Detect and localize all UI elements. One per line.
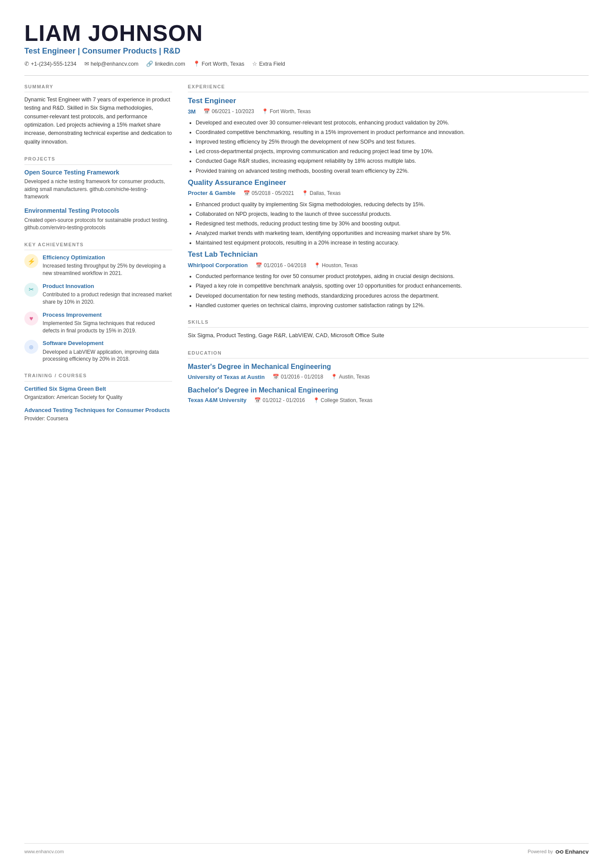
achievement-content-2: Process Improvement Implemented Six Sigm… [43,311,172,335]
left-column: SUMMARY Dynamic Test Engineer with 7 yea… [24,84,172,428]
extra-icon: ☆ [252,60,257,68]
project-desc-1: Created open-source protocols for sustai… [24,217,172,232]
training-label: TRAINING / COURSES [24,372,172,381]
candidate-name: LIAM JOHNSON [24,21,589,46]
header-divider [24,75,589,76]
achievement-title-2: Process Improvement [43,311,172,319]
footer: www.enhancv.com Powered by Enhancv [24,843,589,856]
project-item-0: Open Source Testing Framework Developed … [24,168,172,201]
resume-page: LIAM JOHNSON Test Engineer | Consumer Pr… [0,0,613,868]
job-2: Test Lab Technician Whirlpool Corporatio… [188,249,589,309]
bullet-1-4: Maintained test equipment protocols, res… [196,239,589,247]
education-list: Master's Degree in Mechanical Engineerin… [188,362,589,404]
bullet-0-5: Provided training on advanced testing me… [196,167,589,175]
right-column: EXPERIENCE Test Engineer 3M 📅 06/2021 - … [188,84,589,428]
job-bullets-0: Developed and executed over 30 consumer-… [188,119,589,175]
job-title-1: Quality Assurance Engineer [188,178,589,188]
header: LIAM JOHNSON Test Engineer | Consumer Pr… [24,21,589,76]
summary-text: Dynamic Test Engineer with 7 years of ex… [24,96,172,146]
achievement-title-1: Product Innovation [43,282,172,290]
achievement-title-3: Software Development [43,339,172,347]
email-item: ✉ help@enhancv.com [84,60,139,68]
job-dates-2: 📅 01/2016 - 04/2018 [256,262,306,269]
job-location-2: 📍 Houston, Texas [314,262,358,269]
project-item-1: Environmental Testing Protocols Created … [24,207,172,231]
training-org-0: Organization: American Society for Quali… [24,394,172,401]
edu-cal-1: 📅 [254,397,261,404]
phone-icon: ✆ [24,60,29,68]
projects-list: Open Source Testing Framework Developed … [24,168,172,232]
loc-icon-2: 📍 [314,262,320,269]
phone-item: ✆ +1-(234)-555-1234 [24,60,77,68]
svg-point-1 [560,851,563,853]
achievement-item-0: ⚡ Efficiency Optimization Increased test… [24,254,172,277]
job-company-0: 3M [188,108,196,116]
bullet-2-3: Handled customer queries on technical cl… [196,302,589,309]
project-title-1: Environmental Testing Protocols [24,207,172,215]
achievement-content-1: Product Innovation Contributed to a prod… [43,282,172,306]
edu-dates-1: 📅 01/2012 - 01/2016 [254,397,305,404]
enhancv-logo-icon [556,849,563,855]
job-0: Test Engineer 3M 📅 06/2021 - 10/2023 📍 F… [188,96,589,175]
brand-name: Enhancv [565,848,589,856]
bullet-1-1: Collaborated on NPD projects, leading to… [196,210,589,218]
edu-loc-icon-0: 📍 [331,373,337,381]
job-meta-2: Whirlpool Corporation 📅 01/2016 - 04/201… [188,261,589,269]
job-dates-1: 📅 05/2018 - 05/2021 [243,190,294,197]
bullet-0-0: Developed and executed over 30 consumer-… [196,119,589,127]
edu-item-1: Bachelor's Degree in Mechanical Engineer… [188,385,589,405]
location-item: 📍 Fort Worth, Texas [193,60,244,68]
job-company-2: Whirlpool Corporation [188,261,248,269]
bullet-0-4: Conducted Gage R&R studies, increasing e… [196,157,589,165]
bullet-1-2: Redesigned test methods, reducing produc… [196,220,589,228]
job-location-0: 📍 Fort Worth, Texas [262,108,310,115]
edu-loc-1: 📍 College Station, Texas [313,397,373,404]
email-value: help@enhancv.com [91,60,139,68]
achievement-desc-0: Increased testing throughput by 25% by d… [43,262,172,277]
achievement-content-3: Software Development Developed a LabVIEW… [43,339,172,363]
extra-item: ☆ Extra Field [252,60,285,68]
footer-url: www.enhancv.com [24,848,64,855]
summary-label: SUMMARY [24,84,172,92]
edu-school-0: University of Texas at Austin [188,373,265,381]
job-dates-0: 📅 06/2021 - 10/2023 [203,108,254,115]
achievement-desc-3: Developed a LabVIEW application, improvi… [43,349,172,363]
email-icon: ✉ [84,60,89,68]
bullet-0-1: Coordinated competitive benchmarking, re… [196,128,589,136]
contact-line: ✆ +1-(234)-555-1234 ✉ help@enhancv.com 🔗… [24,60,589,68]
location-value: Fort Worth, Texas [202,60,244,68]
calendar-icon-2: 📅 [256,262,262,269]
svg-point-0 [556,851,559,853]
edu-school-1: Texas A&M University [188,396,247,404]
candidate-title: Test Engineer | Consumer Products | R&D [24,46,589,57]
training-item-0: Certified Six Sigma Green Belt Organizat… [24,385,172,401]
location-icon: 📍 [193,60,200,68]
experience-label: EXPERIENCE [188,84,589,92]
achievement-desc-2: Implemented Six Sigma techniques that re… [43,320,172,335]
achievement-desc-1: Contributed to a product redesign that i… [43,291,172,306]
job-meta-0: 3M 📅 06/2021 - 10/2023 📍 Fort Worth, Tex… [188,108,589,116]
job-location-1: 📍 Dallas, Texas [302,190,340,197]
calendar-icon-0: 📅 [203,108,210,115]
bullet-0-3: Led cross-departmental projects, improvi… [196,147,589,155]
job-title-2: Test Lab Technician [188,249,589,260]
edu-degree-0: Master's Degree in Mechanical Engineerin… [188,362,589,372]
job-bullets-2: Conducted performance testing for over 5… [188,272,589,309]
job-title-0: Test Engineer [188,96,589,106]
edu-meta-1: Texas A&M University 📅 01/2012 - 01/2016… [188,396,589,404]
achievement-icon-1: ✂ [24,283,38,297]
loc-icon-0: 📍 [262,108,268,115]
edu-loc-0: 📍 Austin, Texas [331,373,370,381]
achievement-content-0: Efficiency Optimization Increased testin… [43,254,172,277]
bullet-1-3: Analyzed market trends with marketing te… [196,229,589,237]
bullet-0-2: Improved testing efficiency by 25% throu… [196,138,589,146]
main-layout: SUMMARY Dynamic Test Engineer with 7 yea… [24,84,589,428]
training-title-1: Advanced Testing Techniques for Consumer… [24,406,172,414]
edu-degree-1: Bachelor's Degree in Mechanical Engineer… [188,385,589,395]
enhancv-brand: Enhancv [556,848,589,856]
bullet-2-1: Played a key role in competitive benchma… [196,282,589,290]
bullet-2-0: Conducted performance testing for over 5… [196,272,589,280]
powered-by-text: Powered by [528,848,553,855]
achievement-item-2: ♥ Process Improvement Implemented Six Si… [24,311,172,335]
training-item-1: Advanced Testing Techniques for Consumer… [24,406,172,422]
